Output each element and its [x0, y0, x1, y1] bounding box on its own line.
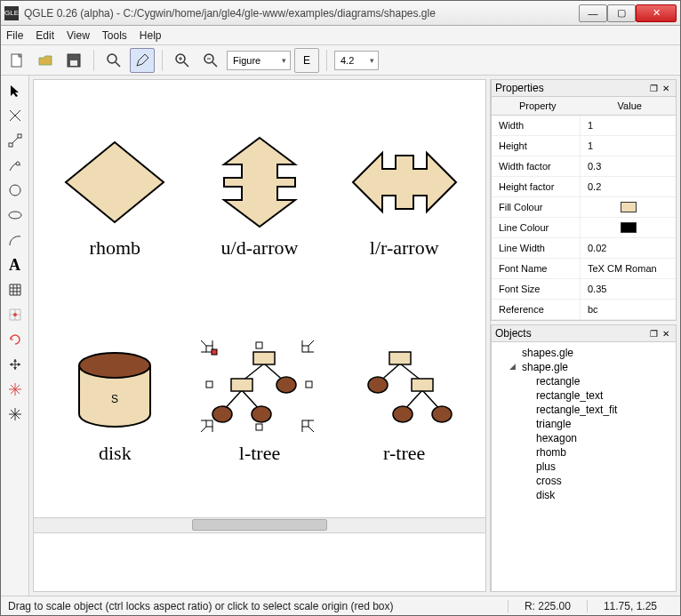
edit-tool-button[interactable]	[130, 48, 155, 73]
svg-point-3	[108, 54, 116, 63]
zoom-out-button[interactable]	[198, 48, 223, 73]
shape-label: rhomb	[90, 236, 140, 260]
arc-tool[interactable]	[4, 228, 27, 252]
properties-dock-header[interactable]: Properties ❐ ✕	[491, 79, 677, 97]
tree-item[interactable]: hexagon	[492, 431, 676, 445]
tree-expand-icon[interactable]: ◢	[509, 362, 516, 371]
svg-point-40	[252, 406, 271, 422]
menu-help[interactable]: Help	[140, 29, 162, 42]
status-message: Drag to scale object (ctrl locks aspect …	[8, 600, 508, 612]
arc-icon	[8, 233, 22, 247]
close-panel-icon[interactable]: ✕	[660, 329, 672, 339]
property-row[interactable]: Width factor0.3	[492, 156, 676, 177]
tree-item[interactable]: disk	[492, 488, 676, 502]
save-button[interactable]	[61, 48, 86, 73]
zoom-tool-button[interactable]	[101, 48, 126, 73]
tree-item[interactable]: cross	[492, 474, 676, 488]
undock-icon[interactable]: ❐	[647, 329, 660, 339]
open-button[interactable]	[33, 48, 58, 73]
snap-toggle-1[interactable]	[4, 378, 27, 401]
canvas[interactable]: rhomb u/d-arrow l/r-arrow S disk	[34, 80, 485, 517]
new-button[interactable]	[4, 48, 29, 73]
property-row[interactable]: Height factor0.2	[492, 177, 676, 197]
property-row[interactable]: Line Colour	[492, 218, 676, 238]
tree-item[interactable]: triangle	[492, 417, 676, 431]
shape-disk: S disk	[52, 303, 179, 500]
property-value[interactable]: 0.2	[581, 177, 676, 196]
snap-toggle-2[interactable]	[4, 403, 27, 426]
property-value[interactable]: TeX CM Roman	[581, 259, 676, 278]
property-value[interactable]	[581, 218, 676, 237]
property-key: Font Size	[492, 279, 581, 299]
close-panel-icon[interactable]: ✕	[660, 84, 672, 93]
property-value[interactable]: bc	[581, 300, 676, 319]
menu-view[interactable]: View	[67, 29, 90, 42]
tree-item[interactable]: shapes.gle	[492, 346, 676, 360]
property-value[interactable]: 1	[581, 116, 676, 135]
property-value[interactable]: 0.35	[581, 279, 676, 299]
figure-combo[interactable]: Figure	[227, 51, 291, 70]
snap-grid-tool[interactable]	[4, 303, 27, 326]
shape-l-tree[interactable]: l-tree	[196, 303, 324, 500]
circle-tool[interactable]	[4, 179, 27, 202]
svg-point-18	[10, 185, 20, 196]
tree-item[interactable]: rectangle	[492, 374, 676, 388]
grid-tool[interactable]	[4, 278, 27, 301]
line-icon	[8, 133, 22, 148]
svg-rect-48	[302, 420, 308, 427]
tree-item[interactable]: rectangle_text_fit	[492, 403, 676, 417]
menu-file[interactable]: File	[6, 29, 23, 42]
circle-icon	[8, 183, 22, 197]
property-row[interactable]: Font Size0.35	[492, 279, 676, 300]
svg-point-17	[16, 162, 20, 165]
property-row[interactable]: Width1	[492, 116, 676, 136]
property-row[interactable]: Font NameTeX CM Roman	[492, 259, 676, 279]
svg-point-31	[79, 353, 150, 378]
prop-header-key: Property	[492, 97, 584, 115]
property-value[interactable]: 0.3	[581, 156, 676, 176]
tree-item[interactable]: rhomb	[492, 445, 676, 460]
tangent-tool[interactable]	[4, 154, 27, 177]
tree-item[interactable]: ◢shape.gle	[492, 360, 676, 374]
zoom-combo[interactable]: 4.2	[334, 51, 379, 70]
pointer-icon	[8, 84, 22, 98]
main-toolbar: Figure E 4.2	[1, 45, 680, 76]
minimize-button[interactable]: —	[579, 4, 607, 22]
svg-point-19	[9, 212, 21, 219]
svg-rect-16	[18, 134, 21, 138]
property-row[interactable]: Fill Colour	[492, 197, 676, 218]
text-tool[interactable]: A	[4, 253, 27, 276]
rotate-tool[interactable]	[4, 328, 27, 351]
zoom-in-button[interactable]	[170, 48, 195, 73]
property-key: Line Width	[492, 238, 581, 258]
property-row[interactable]: Height1	[492, 136, 676, 156]
menu-tools[interactable]: Tools	[102, 29, 127, 42]
emf-button[interactable]: E	[294, 48, 319, 73]
property-value[interactable]	[581, 197, 676, 217]
tree-item-label: rhomb	[536, 446, 566, 459]
save-disk-icon	[66, 52, 82, 68]
tree-item-label: hexagon	[536, 432, 577, 444]
objects-tree[interactable]: shapes.gle◢shape.glerectanglerectangle_t…	[491, 342, 677, 592]
property-value[interactable]: 0.02	[581, 238, 676, 258]
svg-rect-45	[306, 381, 312, 388]
svg-rect-36	[253, 352, 275, 364]
close-button[interactable]: ✕	[636, 4, 677, 22]
ellipse-tool[interactable]	[4, 204, 27, 227]
new-file-icon	[9, 52, 25, 68]
tree-item[interactable]: plus	[492, 460, 676, 474]
zoom-in-icon	[174, 52, 190, 68]
property-value[interactable]: 1	[581, 136, 676, 156]
property-row[interactable]: Referencebc	[492, 300, 676, 320]
line-cross-tool[interactable]	[4, 104, 27, 127]
pointer-tool[interactable]	[4, 79, 27, 102]
property-row[interactable]: Line Width0.02	[492, 238, 676, 259]
undock-icon[interactable]: ❐	[647, 84, 660, 93]
scale-tool[interactable]	[4, 353, 27, 376]
horizontal-scrollbar[interactable]	[34, 517, 485, 532]
objects-dock-header[interactable]: Objects ❐ ✕	[491, 324, 677, 342]
line-tool[interactable]	[4, 129, 27, 152]
tree-item[interactable]: rectangle_text	[492, 388, 676, 403]
maximize-button[interactable]: ▢	[607, 4, 636, 22]
menu-edit[interactable]: Edit	[36, 29, 54, 42]
